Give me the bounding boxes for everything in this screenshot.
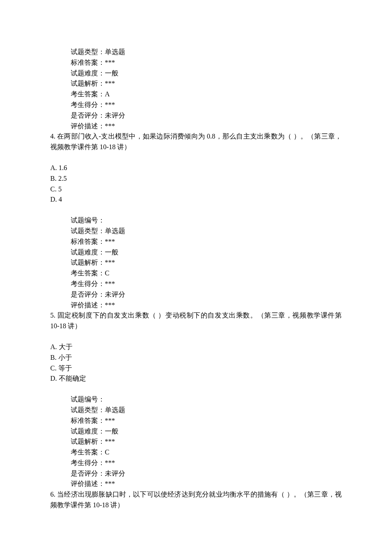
question-4-stem: 4. 在两部门收入-支出模型中，如果边际消费倾向为 0.8，那么自主支出乘数为（…: [50, 131, 342, 153]
meta-answer-key: 标准答案：***: [71, 416, 342, 426]
question-5-stem: 5. 固定税制度下的自发支出乘数（ ）变动税制下的自发支出乘数。（第三章，视频教…: [50, 310, 342, 332]
meta-student-score: 考生得分：***: [71, 458, 342, 468]
question-5-meta: 试题编号： 试题类型：单选题 标准答案：*** 试题难度：一般 试题解析：***…: [71, 394, 342, 489]
meta-difficulty: 试题难度：一般: [71, 247, 342, 258]
meta-analysis: 试题解析：***: [71, 436, 342, 447]
meta-graded: 是否评分：未评分: [71, 110, 342, 121]
question-5-option-b: B. 小于: [50, 353, 342, 363]
question-4-option-a: A. 1.6: [50, 163, 342, 173]
meta-student-score: 考生得分：***: [71, 279, 342, 289]
question-4-meta: 试题编号： 试题类型：单选题 标准答案：*** 试题难度：一般 试题解析：***…: [71, 215, 342, 310]
question-4-option-d: D. 4: [50, 194, 342, 205]
meta-difficulty: 试题难度：一般: [71, 68, 342, 79]
question-6-stem: 6. 当经济出现膨胀缺口时，以下可以使经济达到充分就业均衡水平的措施有（ ）。（…: [50, 489, 342, 511]
meta-analysis: 试题解析：***: [71, 257, 342, 268]
question-4-option-b: B. 2.5: [50, 173, 342, 184]
meta-answer-key: 标准答案：***: [71, 58, 342, 68]
spacer: [50, 332, 342, 342]
meta-difficulty: 试题难度：一般: [71, 426, 342, 437]
question-4-option-c: C. 5: [50, 184, 342, 195]
meta-graded: 是否评分：未评分: [71, 289, 342, 300]
meta-student-answer: 考生答案：A: [71, 89, 342, 100]
meta-analysis: 试题解析：***: [71, 78, 342, 89]
meta-desc: 评价描述：***: [71, 121, 342, 132]
question-5-option-a: A. 大于: [50, 342, 342, 353]
question-5-option-c: C. 等于: [50, 363, 342, 374]
meta-type: 试题类型：单选题: [71, 47, 342, 58]
spacer: [50, 384, 342, 394]
meta-student-answer: 考生答案：C: [71, 447, 342, 458]
meta-graded: 是否评分：未评分: [71, 468, 342, 479]
meta-type: 试题类型：单选题: [71, 405, 342, 416]
document-page: 试题类型：单选题 标准答案：*** 试题难度：一般 试题解析：*** 考生答案：…: [0, 0, 392, 555]
spacer: [50, 153, 342, 163]
meta-student-score: 考生得分：***: [71, 100, 342, 110]
question-5-option-d: D. 不能确定: [50, 373, 342, 384]
meta-desc: 评价描述：***: [71, 300, 342, 311]
meta-answer-key: 标准答案：***: [71, 237, 342, 247]
meta-id: 试题编号：: [71, 394, 342, 405]
meta-desc: 评价描述：***: [71, 479, 342, 489]
question-3-meta: 试题类型：单选题 标准答案：*** 试题难度：一般 试题解析：*** 考生答案：…: [71, 47, 342, 131]
meta-student-answer: 考生答案：C: [71, 268, 342, 279]
spacer: [50, 205, 342, 215]
meta-type: 试题类型：单选题: [71, 226, 342, 237]
meta-id: 试题编号：: [71, 215, 342, 226]
